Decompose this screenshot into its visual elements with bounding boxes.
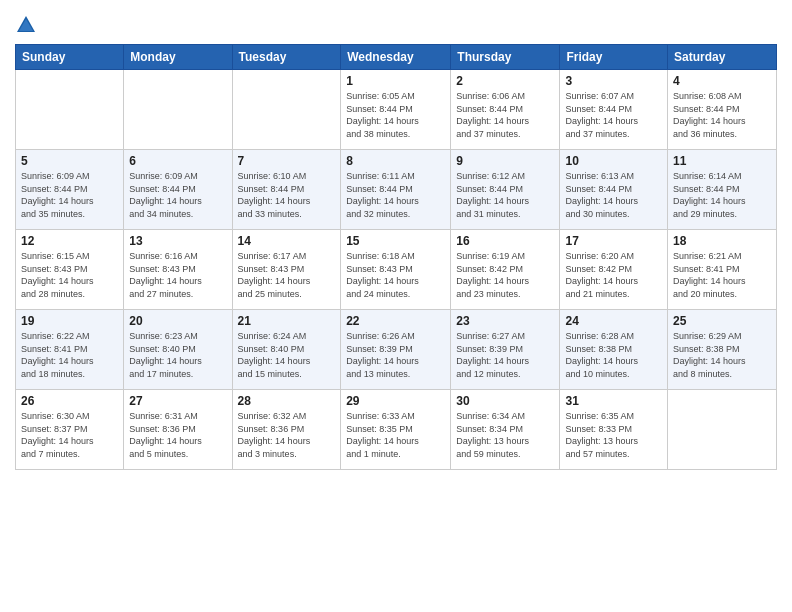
day-info: Sunrise: 6:11 AMSunset: 8:44 PMDaylight:… xyxy=(346,170,445,220)
day-number: 8 xyxy=(346,154,445,168)
week-row-2: 5Sunrise: 6:09 AMSunset: 8:44 PMDaylight… xyxy=(16,150,777,230)
day-info: Sunrise: 6:06 AMSunset: 8:44 PMDaylight:… xyxy=(456,90,554,140)
day-info: Sunrise: 6:21 AMSunset: 8:41 PMDaylight:… xyxy=(673,250,771,300)
day-info: Sunrise: 6:17 AMSunset: 8:43 PMDaylight:… xyxy=(238,250,336,300)
day-info: Sunrise: 6:20 AMSunset: 8:42 PMDaylight:… xyxy=(565,250,662,300)
day-number: 17 xyxy=(565,234,662,248)
day-info: Sunrise: 6:24 AMSunset: 8:40 PMDaylight:… xyxy=(238,330,336,380)
calendar-cell: 4Sunrise: 6:08 AMSunset: 8:44 PMDaylight… xyxy=(668,70,777,150)
weekday-header-saturday: Saturday xyxy=(668,45,777,70)
calendar-cell: 29Sunrise: 6:33 AMSunset: 8:35 PMDayligh… xyxy=(341,390,451,470)
day-info: Sunrise: 6:35 AMSunset: 8:33 PMDaylight:… xyxy=(565,410,662,460)
day-info: Sunrise: 6:22 AMSunset: 8:41 PMDaylight:… xyxy=(21,330,118,380)
calendar: SundayMondayTuesdayWednesdayThursdayFrid… xyxy=(15,44,777,470)
day-number: 31 xyxy=(565,394,662,408)
calendar-cell: 18Sunrise: 6:21 AMSunset: 8:41 PMDayligh… xyxy=(668,230,777,310)
weekday-header-row: SundayMondayTuesdayWednesdayThursdayFrid… xyxy=(16,45,777,70)
day-info: Sunrise: 6:10 AMSunset: 8:44 PMDaylight:… xyxy=(238,170,336,220)
calendar-cell: 20Sunrise: 6:23 AMSunset: 8:40 PMDayligh… xyxy=(124,310,232,390)
week-row-4: 19Sunrise: 6:22 AMSunset: 8:41 PMDayligh… xyxy=(16,310,777,390)
day-info: Sunrise: 6:28 AMSunset: 8:38 PMDaylight:… xyxy=(565,330,662,380)
calendar-cell: 26Sunrise: 6:30 AMSunset: 8:37 PMDayligh… xyxy=(16,390,124,470)
day-info: Sunrise: 6:09 AMSunset: 8:44 PMDaylight:… xyxy=(21,170,118,220)
day-number: 3 xyxy=(565,74,662,88)
day-info: Sunrise: 6:34 AMSunset: 8:34 PMDaylight:… xyxy=(456,410,554,460)
calendar-cell: 17Sunrise: 6:20 AMSunset: 8:42 PMDayligh… xyxy=(560,230,668,310)
page: SundayMondayTuesdayWednesdayThursdayFrid… xyxy=(0,0,792,612)
calendar-cell: 31Sunrise: 6:35 AMSunset: 8:33 PMDayligh… xyxy=(560,390,668,470)
weekday-header-friday: Friday xyxy=(560,45,668,70)
day-number: 4 xyxy=(673,74,771,88)
calendar-cell: 22Sunrise: 6:26 AMSunset: 8:39 PMDayligh… xyxy=(341,310,451,390)
day-info: Sunrise: 6:16 AMSunset: 8:43 PMDaylight:… xyxy=(129,250,226,300)
day-number: 9 xyxy=(456,154,554,168)
calendar-cell: 1Sunrise: 6:05 AMSunset: 8:44 PMDaylight… xyxy=(341,70,451,150)
calendar-cell: 21Sunrise: 6:24 AMSunset: 8:40 PMDayligh… xyxy=(232,310,341,390)
day-number: 27 xyxy=(129,394,226,408)
day-number: 14 xyxy=(238,234,336,248)
day-number: 5 xyxy=(21,154,118,168)
day-info: Sunrise: 6:14 AMSunset: 8:44 PMDaylight:… xyxy=(673,170,771,220)
day-info: Sunrise: 6:32 AMSunset: 8:36 PMDaylight:… xyxy=(238,410,336,460)
calendar-cell: 3Sunrise: 6:07 AMSunset: 8:44 PMDaylight… xyxy=(560,70,668,150)
day-number: 15 xyxy=(346,234,445,248)
day-info: Sunrise: 6:23 AMSunset: 8:40 PMDaylight:… xyxy=(129,330,226,380)
day-info: Sunrise: 6:09 AMSunset: 8:44 PMDaylight:… xyxy=(129,170,226,220)
day-number: 23 xyxy=(456,314,554,328)
day-info: Sunrise: 6:15 AMSunset: 8:43 PMDaylight:… xyxy=(21,250,118,300)
day-number: 30 xyxy=(456,394,554,408)
day-info: Sunrise: 6:19 AMSunset: 8:42 PMDaylight:… xyxy=(456,250,554,300)
weekday-header-monday: Monday xyxy=(124,45,232,70)
calendar-cell: 27Sunrise: 6:31 AMSunset: 8:36 PMDayligh… xyxy=(124,390,232,470)
calendar-cell: 28Sunrise: 6:32 AMSunset: 8:36 PMDayligh… xyxy=(232,390,341,470)
day-number: 28 xyxy=(238,394,336,408)
day-info: Sunrise: 6:07 AMSunset: 8:44 PMDaylight:… xyxy=(565,90,662,140)
day-number: 19 xyxy=(21,314,118,328)
week-row-3: 12Sunrise: 6:15 AMSunset: 8:43 PMDayligh… xyxy=(16,230,777,310)
logo xyxy=(15,14,40,36)
day-info: Sunrise: 6:31 AMSunset: 8:36 PMDaylight:… xyxy=(129,410,226,460)
day-number: 24 xyxy=(565,314,662,328)
day-number: 26 xyxy=(21,394,118,408)
calendar-cell: 30Sunrise: 6:34 AMSunset: 8:34 PMDayligh… xyxy=(451,390,560,470)
weekday-header-sunday: Sunday xyxy=(16,45,124,70)
day-number: 11 xyxy=(673,154,771,168)
calendar-cell: 23Sunrise: 6:27 AMSunset: 8:39 PMDayligh… xyxy=(451,310,560,390)
day-info: Sunrise: 6:13 AMSunset: 8:44 PMDaylight:… xyxy=(565,170,662,220)
calendar-cell: 25Sunrise: 6:29 AMSunset: 8:38 PMDayligh… xyxy=(668,310,777,390)
day-number: 12 xyxy=(21,234,118,248)
day-number: 13 xyxy=(129,234,226,248)
calendar-cell: 24Sunrise: 6:28 AMSunset: 8:38 PMDayligh… xyxy=(560,310,668,390)
day-number: 1 xyxy=(346,74,445,88)
day-info: Sunrise: 6:30 AMSunset: 8:37 PMDaylight:… xyxy=(21,410,118,460)
weekday-header-tuesday: Tuesday xyxy=(232,45,341,70)
calendar-cell: 5Sunrise: 6:09 AMSunset: 8:44 PMDaylight… xyxy=(16,150,124,230)
calendar-cell: 13Sunrise: 6:16 AMSunset: 8:43 PMDayligh… xyxy=(124,230,232,310)
calendar-cell: 12Sunrise: 6:15 AMSunset: 8:43 PMDayligh… xyxy=(16,230,124,310)
calendar-cell xyxy=(124,70,232,150)
calendar-cell: 16Sunrise: 6:19 AMSunset: 8:42 PMDayligh… xyxy=(451,230,560,310)
calendar-cell: 10Sunrise: 6:13 AMSunset: 8:44 PMDayligh… xyxy=(560,150,668,230)
day-number: 22 xyxy=(346,314,445,328)
day-number: 10 xyxy=(565,154,662,168)
header xyxy=(15,10,777,36)
calendar-cell: 8Sunrise: 6:11 AMSunset: 8:44 PMDaylight… xyxy=(341,150,451,230)
day-number: 6 xyxy=(129,154,226,168)
day-info: Sunrise: 6:27 AMSunset: 8:39 PMDaylight:… xyxy=(456,330,554,380)
day-number: 21 xyxy=(238,314,336,328)
calendar-cell: 15Sunrise: 6:18 AMSunset: 8:43 PMDayligh… xyxy=(341,230,451,310)
calendar-cell xyxy=(668,390,777,470)
day-number: 2 xyxy=(456,74,554,88)
calendar-cell: 7Sunrise: 6:10 AMSunset: 8:44 PMDaylight… xyxy=(232,150,341,230)
calendar-cell: 9Sunrise: 6:12 AMSunset: 8:44 PMDaylight… xyxy=(451,150,560,230)
weekday-header-wednesday: Wednesday xyxy=(341,45,451,70)
weekday-header-thursday: Thursday xyxy=(451,45,560,70)
calendar-cell: 14Sunrise: 6:17 AMSunset: 8:43 PMDayligh… xyxy=(232,230,341,310)
day-info: Sunrise: 6:08 AMSunset: 8:44 PMDaylight:… xyxy=(673,90,771,140)
calendar-cell: 6Sunrise: 6:09 AMSunset: 8:44 PMDaylight… xyxy=(124,150,232,230)
day-info: Sunrise: 6:12 AMSunset: 8:44 PMDaylight:… xyxy=(456,170,554,220)
calendar-cell xyxy=(232,70,341,150)
day-info: Sunrise: 6:18 AMSunset: 8:43 PMDaylight:… xyxy=(346,250,445,300)
calendar-cell: 2Sunrise: 6:06 AMSunset: 8:44 PMDaylight… xyxy=(451,70,560,150)
day-number: 20 xyxy=(129,314,226,328)
